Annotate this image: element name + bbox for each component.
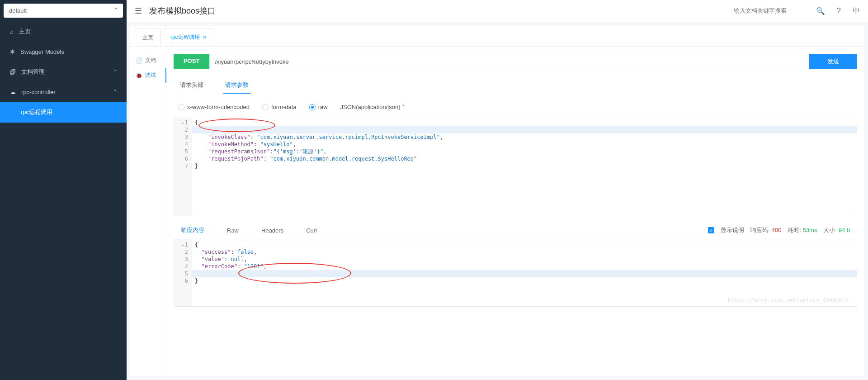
sidebar-label: 文档管理 [21, 68, 45, 76]
radio-label: form-data [271, 104, 297, 110]
search-icon[interactable]: 🔍 [816, 7, 825, 15]
workspace: 📄 文档 🐞 调试 POST 发送 请求头部 请求参数 [130, 47, 864, 376]
code-text: "com.xiyuan.server.service.rpcimpl.RpcIn… [257, 134, 440, 140]
show-desc-label: 显示说明 [721, 226, 744, 234]
url-input[interactable] [209, 54, 809, 69]
main: ☰ 发布模拟boos接口 🔍 ? 中 主页 rpc远程调用 ✕ 📄 文档 [127, 0, 868, 380]
collapse-menu-icon[interactable]: ☰ [135, 6, 142, 16]
radio-form-data[interactable]: form-data [262, 104, 297, 110]
sidebar-item-docs[interactable]: 🗐 文档管理 ˅ [0, 62, 127, 82]
radio-raw[interactable]: raw [309, 104, 328, 110]
checkbox-icon[interactable]: ✓ [708, 227, 714, 233]
code-text: "1001" [244, 263, 263, 270]
chevron-down-icon: ˅ [114, 7, 118, 14]
sidebar-item-rpc-remote[interactable]: rpc远程调用 [0, 102, 127, 123]
sidebar-label: Swagger Models [20, 48, 64, 55]
bug-icon: 🐞 [136, 72, 142, 79]
resp-tab-raw[interactable]: Raw [227, 227, 239, 234]
home-icon: ⌂ [10, 28, 14, 35]
code-body: { "success": false, "value": null, "erro… [192, 239, 857, 306]
response-body-viewer[interactable]: ▾123456 { "success": false, "value": nul… [174, 239, 857, 307]
code-text: "errorCode" [201, 263, 237, 270]
left-panel-debug[interactable]: 🐞 调试 [135, 68, 166, 83]
tab-home[interactable]: 主页 [135, 28, 161, 46]
sidebar-label: 主页 [19, 28, 31, 36]
code-text: "requestParamsJson" [208, 148, 270, 155]
close-icon[interactable]: ✕ [203, 34, 207, 40]
http-method-badge: POST [174, 54, 209, 69]
code-text: "com.xiyuan.common.model.request.SysHell… [270, 156, 417, 162]
code-text: "requestPojoPath" [208, 156, 264, 162]
tab-label: 主页 [142, 34, 153, 42]
controller-icon: ☁ [10, 89, 16, 95]
response-meta: ✓ 显示说明 响应码: 400 耗时: 53ms 大小: 94 b [708, 226, 850, 234]
line-gutter: ▾123456 [174, 239, 192, 306]
help-icon[interactable]: ? [837, 7, 841, 15]
sidebar: default ˅ ⌂ 主页 ❄ Swagger Models 🗐 文档管理 ˅… [0, 0, 127, 380]
sidebar-item-swagger[interactable]: ❄ Swagger Models [0, 42, 127, 62]
request-subtabs: 请求头部 请求参数 [174, 77, 857, 97]
content-type-select[interactable]: JSON(application/json) ˅ [340, 104, 406, 110]
code-text: "invokeClass" [208, 134, 250, 140]
code-text: "success" [201, 249, 231, 255]
tabs-bar: 主页 rpc远程调用 ✕ [130, 26, 864, 47]
status-code: 400 [772, 227, 782, 233]
subtab-headers[interactable]: 请求头部 [178, 77, 205, 94]
meta-label: 耗时: [788, 227, 801, 233]
request-body-editor[interactable]: ▾1234567 { "action": "invoke1", "invokeC… [174, 117, 857, 216]
left-panel: 📄 文档 🐞 调试 [130, 47, 166, 376]
url-row: POST 发送 [174, 54, 857, 69]
radio-label: raw [318, 104, 328, 110]
response-tabs: 响应内容 Raw Headers Curl ✓ 显示说明 响应码: 400 耗时… [174, 222, 857, 239]
code-text: { [195, 242, 198, 248]
resp-tab-content[interactable]: 响应内容 [181, 226, 204, 234]
lp-label: 文档 [145, 57, 156, 64]
sidebar-label: rpc远程调用 [21, 109, 52, 115]
tab-rpc-remote[interactable]: rpc远程调用 ✕ [163, 28, 214, 46]
tab-label: rpc远程调用 [170, 33, 200, 41]
radio-label: x-www-form-urlencoded [187, 104, 250, 110]
chevron-up-icon: ˄ [114, 89, 117, 95]
doc-icon: 📄 [136, 57, 142, 64]
body-type-row: x-www-form-urlencoded form-data raw JSON… [174, 97, 857, 117]
sidebar-item-rpc-controller[interactable]: ☁ rpc-controller ˄ [0, 82, 127, 102]
code-text: "invokeMethod" [208, 141, 254, 147]
code-text: "{'msg':'溪源'}" [273, 148, 323, 155]
response-time: 53ms [803, 227, 817, 233]
code-text: "value" [201, 256, 224, 262]
radio-icon [178, 104, 184, 110]
code-text: null [231, 256, 244, 262]
page-title: 发布模拟boos接口 [149, 5, 725, 16]
resp-tab-curl[interactable]: Curl [306, 227, 317, 234]
line-gutter: ▾1234567 [174, 117, 192, 216]
project-name: default [9, 7, 27, 14]
content: POST 发送 请求头部 请求参数 x-www-form-urlencoded [166, 47, 864, 376]
chevron-down-icon: ˅ [114, 69, 117, 75]
models-icon: ❄ [10, 48, 15, 55]
response-section: 响应内容 Raw Headers Curl ✓ 显示说明 响应码: 400 耗时… [174, 222, 857, 307]
subtab-params[interactable]: 请求参数 [223, 77, 250, 94]
code-text: } [195, 278, 198, 284]
code-text: false [237, 249, 254, 255]
sidebar-item-home[interactable]: ⌂ 主页 [0, 21, 127, 42]
language-toggle[interactable]: 中 [853, 6, 860, 16]
lp-label: 调试 [145, 71, 156, 79]
meta-label: 响应码: [750, 227, 770, 233]
header: ☰ 发布模拟boos接口 🔍 ? 中 [127, 0, 868, 22]
left-panel-doc[interactable]: 📄 文档 [135, 53, 161, 68]
resp-tab-headers[interactable]: Headers [261, 227, 283, 234]
radio-form-urlencoded[interactable]: x-www-form-urlencoded [178, 104, 250, 110]
search-input[interactable] [732, 5, 804, 17]
code-text: } [195, 163, 198, 169]
project-select[interactable]: default ˅ [4, 4, 123, 18]
doc-icon: 🗐 [10, 69, 16, 76]
radio-icon [262, 104, 269, 110]
code-text: "sysHello" [260, 141, 293, 147]
send-button[interactable]: 发送 [809, 54, 857, 69]
response-size: 94 b [839, 227, 850, 233]
meta-label: 大小: [823, 227, 837, 233]
code-body[interactable]: { "action": "invoke1", "invokeClass": "c… [192, 117, 857, 216]
sidebar-label: rpc-controller [21, 89, 56, 95]
code-text: { [195, 119, 198, 126]
radio-icon [309, 104, 316, 110]
